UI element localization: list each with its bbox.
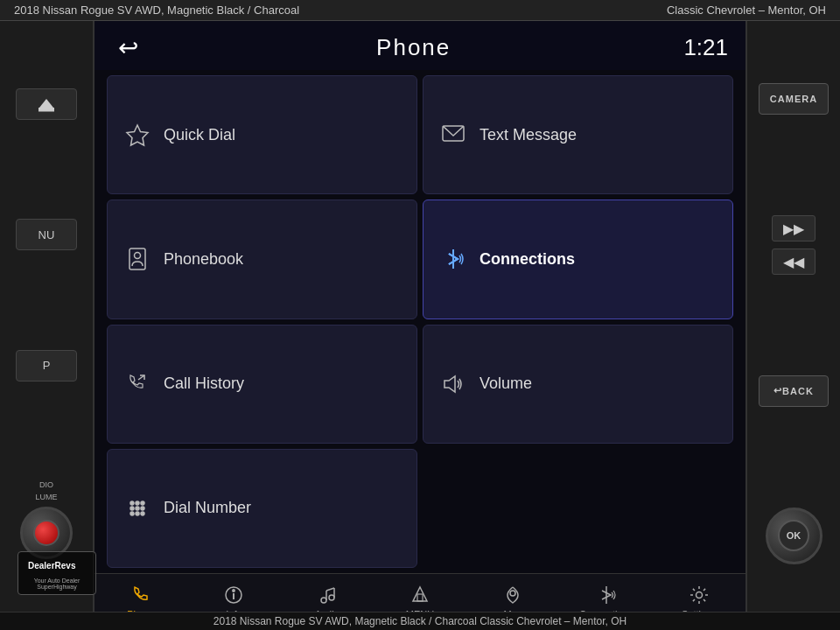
top-bar-left: 2018 Nissan Rogue SV AWD, Magnetic Black…: [14, 4, 299, 17]
audio-nav-icon: [315, 583, 340, 607]
phone-nav-icon: [129, 583, 153, 607]
watermark-tagline: Your Auto Dealer SuperHighway: [18, 578, 95, 590]
volume-knob-inner: [33, 520, 60, 546]
connections-nav-icon: [594, 583, 619, 607]
center-screen: ↩ Phone 1:21 Quick Dial: [94, 21, 746, 626]
svg-rect-27: [417, 594, 423, 601]
menu-item-dial-number[interactable]: Dial Number: [107, 449, 417, 568]
svg-rect-1: [39, 108, 53, 111]
svg-point-20: [233, 590, 234, 592]
watermark: DealerRevs Your Auto Dealer SuperHighway: [18, 551, 96, 595]
svg-marker-8: [444, 376, 455, 392]
skip-back-button[interactable]: ◀◀: [772, 248, 816, 275]
menu-item-phonebook[interactable]: Phonebook: [107, 200, 417, 318]
svg-point-28: [510, 591, 515, 596]
top-bar: 2018 Nissan Rogue SV AWD, Magnetic Black…: [0, 0, 840, 21]
svg-text:DealerRevs: DealerRevs: [28, 561, 76, 570]
call-history-icon: [122, 368, 153, 400]
dial-number-label: Dial Number: [164, 499, 251, 517]
left-volume-knob-area: DIO LUME: [20, 480, 73, 559]
menu-grid: Quick Dial Text Message: [94, 70, 746, 573]
svg-point-13: [136, 507, 139, 510]
text-message-label: Text Message: [480, 126, 577, 144]
phonebook-label: Phonebook: [164, 250, 243, 269]
quick-dial-label: Quick Dial: [164, 126, 235, 144]
bottom-caption: 2018 Nissan Rogue SV AWD, Magnetic Black…: [0, 612, 840, 630]
transport-controls: ▶▶ ◀◀: [772, 215, 816, 275]
main-layout: NU P DIO LUME ↩ Phone 1:21: [0, 21, 840, 626]
volume-icon: [438, 368, 469, 400]
left-top-controls: [16, 88, 77, 120]
svg-point-5: [135, 253, 141, 259]
svg-point-22: [329, 595, 334, 600]
left-middle: NU: [16, 219, 77, 250]
svg-point-16: [136, 512, 139, 515]
back-btn-label: BACK: [782, 386, 814, 396]
screen-header: ↩ Phone 1:21: [94, 21, 746, 70]
svg-point-10: [136, 501, 139, 505]
menu-nav-icon: [408, 583, 432, 607]
right-panel: CAMERA ▶▶ ◀◀ ↩ BACK OK: [746, 21, 840, 626]
left-p-button: P: [16, 350, 77, 382]
back-button[interactable]: ↩: [112, 32, 144, 63]
info-nav-icon: [221, 583, 246, 607]
ok-button[interactable]: OK: [778, 520, 809, 551]
back-arrow-icon: ↩: [118, 33, 138, 62]
dial-number-icon: [122, 493, 153, 524]
menu-item-text-message[interactable]: Text Message: [423, 75, 733, 194]
menu-item-volume[interactable]: Volume: [423, 325, 733, 444]
back-btn-icon: ↩: [774, 385, 782, 396]
menu-item-call-history[interactable]: Call History: [107, 325, 417, 444]
svg-point-14: [141, 507, 144, 510]
svg-marker-0: [39, 99, 53, 108]
quick-dial-icon: [122, 119, 153, 150]
phonebook-icon: [122, 243, 153, 275]
svg-point-11: [141, 501, 144, 505]
skip-forward-button[interactable]: ▶▶: [772, 215, 816, 242]
map-nav-icon: [500, 583, 525, 607]
svg-marker-2: [127, 125, 148, 145]
dio-label: DIO: [39, 480, 53, 489]
tune-scroll-knob[interactable]: OK: [766, 508, 822, 564]
p-button[interactable]: P: [16, 350, 77, 382]
svg-line-25: [326, 588, 334, 591]
eject-button[interactable]: [16, 88, 77, 120]
screen-time: 1:21: [683, 34, 728, 61]
camera-button[interactable]: CAMERA: [759, 83, 829, 115]
svg-point-9: [130, 501, 134, 505]
top-bar-right: Classic Chevrolet – Mentor, OH: [667, 4, 826, 17]
menu-item-connections[interactable]: Connections: [423, 200, 733, 318]
screen-title: Phone: [376, 34, 451, 61]
svg-point-12: [130, 507, 134, 510]
lume-label: LUME: [35, 493, 57, 501]
watermark-brand: DealerRevs: [26, 556, 88, 578]
connections-icon: [438, 243, 469, 275]
svg-point-21: [321, 598, 326, 603]
svg-point-30: [696, 592, 702, 598]
back-label-button[interactable]: ↩ BACK: [759, 375, 829, 407]
nu-button[interactable]: NU: [16, 219, 77, 250]
text-message-icon: [438, 119, 469, 150]
svg-point-15: [130, 512, 134, 515]
connections-label: Connections: [480, 250, 575, 269]
left-panel: NU P DIO LUME: [0, 21, 94, 626]
call-history-label: Call History: [164, 374, 244, 393]
settings-nav-icon: [687, 583, 711, 607]
svg-point-17: [141, 512, 144, 515]
menu-item-quick-dial[interactable]: Quick Dial: [107, 75, 417, 194]
volume-label: Volume: [480, 374, 532, 393]
